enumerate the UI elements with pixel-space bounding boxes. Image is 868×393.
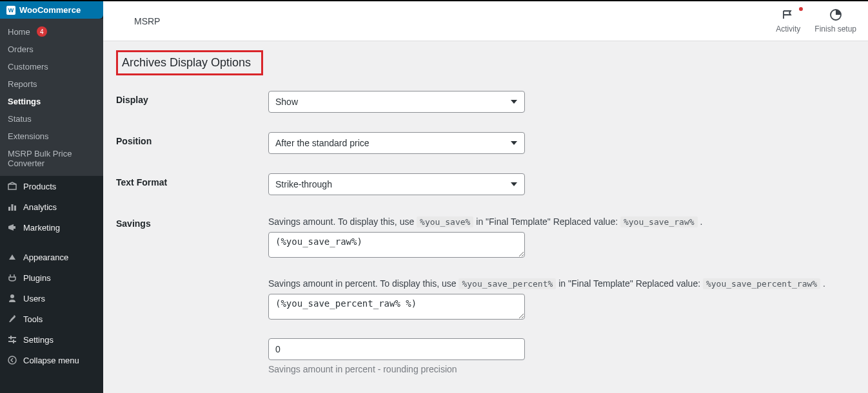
sidebar-item-customers[interactable]: Customers [0,58,103,75]
sidebar-woocommerce-header[interactable]: W WooCommerce [0,1,103,19]
svg-rect-4 [14,226,15,229]
position-select[interactable]: After the standard price [268,132,525,154]
appearance-icon [6,252,18,262]
svg-point-5 [10,294,14,298]
products-icon [6,181,18,191]
section-title: Archives Display Options [116,50,263,75]
sidebar-item-label: Tools [23,314,43,324]
text-format-label: Text Format [116,173,268,187]
settings-icon [6,334,18,345]
users-icon [6,293,18,303]
sidebar-item-settings[interactable]: Settings [0,93,103,110]
plugins-icon [6,273,18,283]
sidebar-item-reports[interactable]: Reports [0,75,103,93]
sidebar-item-plugins[interactable]: Plugins [0,267,103,288]
sidebar-item-products[interactable]: Products [0,176,103,196]
sidebar-item-label: Settings [23,335,54,345]
rounding-precision-help: Savings amount in percent - rounding pre… [268,364,855,374]
sidebar-collapse[interactable]: Collapse menu [0,350,103,370]
page-title: MSRP [115,16,160,26]
sidebar-item-label: Appearance [23,253,68,262]
sidebar-item-settings-main[interactable]: Settings [0,329,103,350]
analytics-icon [6,202,18,212]
svg-point-10 [8,356,16,364]
activity-dot [799,7,803,11]
code-you-save-percent: %you_save_percent% [459,278,556,289]
sidebar-item-users[interactable]: Users [0,288,103,309]
finish-setup-icon [814,8,856,25]
sidebar-item-msrp-bulk[interactable]: MSRP Bulk Price Converter [0,145,103,172]
activity-label: Activity [776,24,800,34]
collapse-icon [6,355,18,365]
sidebar-item-marketing[interactable]: Marketing [0,217,103,238]
savings-label: Savings [116,215,268,229]
svg-rect-7 [8,341,16,342]
woocommerce-label: WooCommerce [19,5,81,15]
code-you-save-percent-raw: %you_save_percent_raw% [703,278,820,289]
sidebar-item-label: Plugins [23,273,51,283]
sidebar-item-label: Analytics [23,202,57,212]
savings-help-1: Savings amount. To display this, use %yo… [268,215,855,229]
position-label: Position [116,132,268,146]
finish-setup-button[interactable]: Finish setup [814,8,856,34]
code-you-save: %you_save% [417,216,473,227]
content-area: MSRP Activity Finish setup Arc [103,1,868,393]
sidebar-item-label: Marketing [23,223,60,233]
sidebar-item-label: Extensions [8,131,49,141]
sidebar-item-label: Status [8,114,32,124]
woocommerce-icon: W [6,6,15,15]
sidebar-item-label: Customers [8,62,48,72]
sidebar-item-label: Settings [8,97,41,106]
activity-button[interactable]: Activity [776,8,800,34]
savings-percent-input[interactable]: (%you_save_percent_raw% %) [268,294,525,320]
admin-sidebar: W WooCommerce Home 4 Orders Customers Re… [0,1,103,393]
activity-icon [776,8,800,25]
savings-amount-input[interactable]: (%you_save_raw%) [268,232,525,258]
sidebar-item-label: MSRP Bulk Price Converter [8,149,95,168]
sidebar-item-status[interactable]: Status [0,110,103,128]
content-top-bar: MSRP Activity Finish setup [103,1,868,41]
svg-rect-8 [10,336,12,340]
display-label: Display [116,91,268,105]
sidebar-item-label: Collapse menu [23,356,79,365]
sidebar-item-label: Home [8,27,30,37]
text-format-select[interactable]: Strike-through [268,173,525,195]
display-select[interactable]: Show [268,91,525,113]
sidebar-item-label: Users [23,294,45,303]
svg-rect-3 [14,206,16,211]
sidebar-item-label: Orders [8,44,34,54]
sidebar-item-home[interactable]: Home 4 [0,23,103,41]
sidebar-item-appearance[interactable]: Appearance [0,247,103,267]
svg-rect-9 [13,340,14,343]
svg-rect-2 [12,204,14,211]
code-you-save-raw: %you_save_raw% [620,216,698,227]
sidebar-item-extensions[interactable]: Extensions [0,128,103,145]
sidebar-item-orders[interactable]: Orders [0,41,103,58]
svg-rect-0 [8,184,16,189]
sidebar-item-tools[interactable]: Tools [0,309,103,329]
svg-rect-1 [8,207,10,211]
home-badge: 4 [37,26,47,37]
svg-rect-6 [8,337,16,338]
marketing-icon [6,222,18,233]
savings-help-2: Savings amount in percent. To display th… [268,276,855,291]
sidebar-item-label: Products [23,182,56,191]
rounding-precision-input[interactable] [268,338,525,360]
sidebar-item-analytics[interactable]: Analytics [0,196,103,217]
finish-setup-label: Finish setup [814,24,856,34]
tools-icon [6,314,18,324]
sidebar-item-label: Reports [8,79,37,89]
